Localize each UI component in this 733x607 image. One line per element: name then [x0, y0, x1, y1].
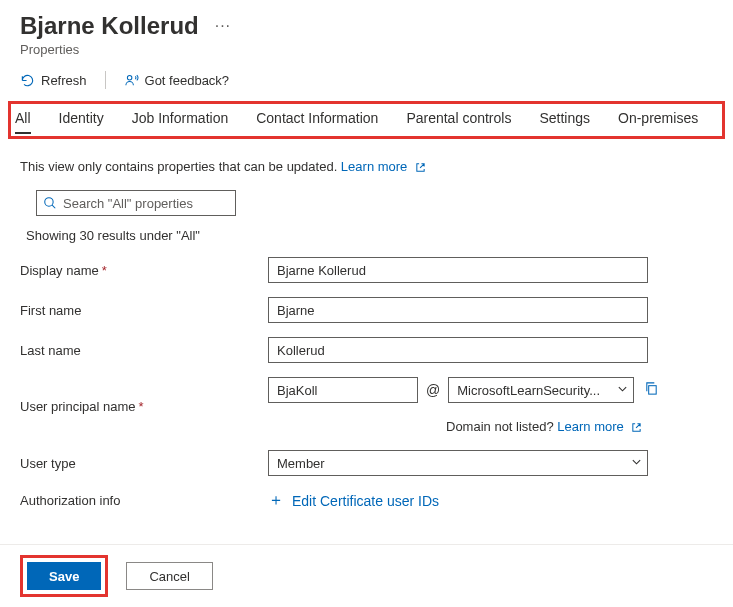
save-button[interactable]: Save [27, 562, 101, 590]
input-last-name[interactable] [268, 337, 648, 363]
svg-rect-2 [649, 386, 657, 394]
dropdown-upn-domain[interactable]: MicrosoftLearnSecurity... [448, 377, 634, 403]
svg-point-1 [45, 198, 53, 206]
feedback-button[interactable]: Got feedback? [124, 73, 230, 88]
tab-job-information[interactable]: Job Information [132, 110, 229, 132]
search-icon [43, 196, 57, 210]
input-upn-user[interactable] [268, 377, 418, 403]
tabs-highlight-box: All Identity Job Information Contact Inf… [8, 101, 725, 139]
external-link-icon [631, 421, 642, 436]
refresh-label: Refresh [41, 73, 87, 88]
page-header: Bjarne Kollerud ··· Properties [0, 0, 733, 61]
tab-bar: All Identity Job Information Contact Inf… [15, 110, 718, 134]
tab-contact-information[interactable]: Contact Information [256, 110, 378, 132]
info-learn-more-link[interactable]: Learn more [341, 159, 426, 174]
domain-hint: Domain not listed? Learn more [446, 419, 713, 436]
page-title: Bjarne Kollerud [20, 12, 199, 40]
dropdown-user-type[interactable]: Member [268, 450, 648, 476]
more-actions-button[interactable]: ··· [209, 15, 237, 37]
label-upn: User principal name* [20, 399, 268, 414]
search-input[interactable] [63, 196, 231, 211]
footer-bar: Save Cancel [0, 544, 733, 607]
input-first-name[interactable] [268, 297, 648, 323]
tab-parental-controls[interactable]: Parental controls [406, 110, 511, 132]
command-bar: Refresh Got feedback? [0, 61, 733, 99]
results-count: Showing 30 results under "All" [0, 222, 733, 253]
label-first-name: First name [20, 303, 268, 318]
feedback-icon [124, 73, 139, 88]
label-user-type: User type [20, 456, 268, 471]
upn-at-symbol: @ [426, 382, 440, 398]
row-auth-info: Authorization info ＋ Edit Certificate us… [20, 490, 713, 511]
toolbar-separator [105, 71, 106, 89]
save-highlight-box: Save [20, 555, 108, 597]
properties-form: Display name* First name Last name User … [0, 253, 733, 511]
label-display-name: Display name* [20, 263, 268, 278]
tab-settings[interactable]: Settings [539, 110, 590, 132]
page-subtitle: Properties [20, 42, 713, 57]
tab-identity[interactable]: Identity [59, 110, 104, 132]
row-upn: User principal name* @ MicrosoftLearnSec… [20, 377, 713, 436]
search-box[interactable] [36, 190, 236, 216]
plus-icon: ＋ [268, 490, 284, 511]
domain-hint-link[interactable]: Learn more [557, 419, 642, 434]
tab-all[interactable]: All [15, 110, 31, 134]
label-last-name: Last name [20, 343, 268, 358]
feedback-label: Got feedback? [145, 73, 230, 88]
row-last-name: Last name [20, 337, 713, 363]
edit-certificate-ids-link[interactable]: ＋ Edit Certificate user IDs [268, 490, 713, 511]
row-display-name: Display name* [20, 257, 713, 283]
info-text: This view only contains properties that … [20, 159, 341, 174]
refresh-icon [20, 73, 35, 88]
row-user-type: User type Member [20, 450, 713, 476]
input-display-name[interactable] [268, 257, 648, 283]
copy-upn-button[interactable] [642, 379, 661, 401]
row-first-name: First name [20, 297, 713, 323]
svg-point-0 [127, 75, 132, 80]
copy-icon [644, 384, 659, 399]
info-banner: This view only contains properties that … [0, 139, 733, 186]
refresh-button[interactable]: Refresh [20, 73, 87, 88]
label-auth-info: Authorization info [20, 493, 268, 508]
external-link-icon [415, 161, 426, 176]
tab-on-premises[interactable]: On-premises [618, 110, 698, 132]
cancel-button[interactable]: Cancel [126, 562, 212, 590]
